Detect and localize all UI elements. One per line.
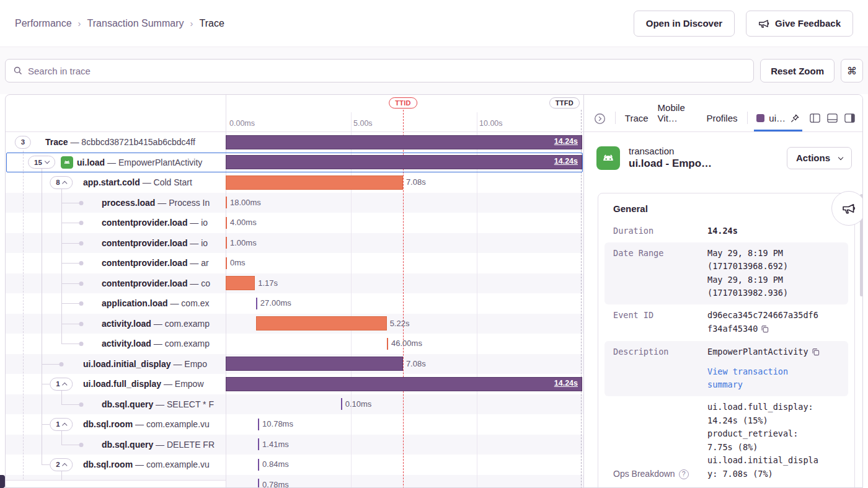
help-icon[interactable]: ? (679, 469, 689, 479)
trace-row[interactable]: 15ui.load — EmpowerPlantActivity14.24s (6, 153, 583, 173)
span-count-badge[interactable]: 2 (50, 458, 73, 471)
general-card: General Duration 14.24s Date Range May 2… (598, 193, 855, 488)
view-transaction-summary-link[interactable]: View transaction summary (707, 365, 825, 392)
trace-toolbar: Reset Zoom ⌘ (0, 47, 868, 94)
span-op-description: contentprovider.load — co (102, 273, 210, 294)
span-tick[interactable] (226, 197, 227, 208)
trace-row[interactable]: 2db.sql.room — com.example.vu0.84ms (6, 455, 583, 475)
span-duration-label: 10.78ms (262, 414, 293, 435)
layout-right-panel-icon[interactable] (844, 112, 856, 124)
trace-row-name: 3Trace — 8cbbcd38721b415ab6cbdc4ff (6, 132, 226, 153)
breadcrumb-performance[interactable]: Performance (15, 18, 72, 29)
kv-ops-breakdown: Ops Breakdown ? ui.load.full_display: 14… (598, 396, 854, 486)
axis-tick-5s: 5.00s (353, 119, 373, 128)
trace-row[interactable]: process.load — Process In18.00ms (6, 193, 583, 213)
span-tick[interactable] (258, 438, 259, 450)
span-tick[interactable] (258, 419, 259, 430)
expand-drawer-icon[interactable] (594, 113, 606, 125)
span-count-badge[interactable]: 8 (50, 176, 73, 189)
span-tick[interactable] (256, 298, 257, 309)
give-feedback-button[interactable]: Give Feedback (746, 11, 853, 37)
trace-row[interactable]: db.sql.query — DELETE FR1.41ms (6, 435, 583, 455)
ttid-marker-badge: TTID (389, 97, 417, 109)
divider (615, 112, 616, 124)
kv-event-id: Event ID d96eca345c724667a35df6 f34af453… (598, 304, 854, 341)
span-tick[interactable] (226, 237, 227, 249)
span-op-description: process.load — Process In (102, 193, 210, 213)
span-bar[interactable] (226, 276, 255, 290)
pin-icon[interactable] (790, 113, 800, 123)
span-duration-label: 0.84ms (262, 455, 289, 475)
actions-button[interactable]: Actions (787, 147, 852, 169)
trace-row[interactable]: contentprovider.load — co1.17s (6, 273, 583, 294)
trace-row[interactable]: 8app.start.cold — Cold Start7.08s (6, 172, 583, 193)
span-tick[interactable] (341, 398, 342, 410)
span-duration-label: 27.00ms (260, 293, 291, 314)
trace-row[interactable]: ui.load.initial_display — Empo7.08s (6, 354, 583, 375)
span-bar[interactable] (226, 175, 403, 190)
span-bar[interactable] (256, 316, 387, 331)
transaction-type-label: transaction (629, 146, 712, 156)
trace-row-chart: 1.17s (226, 273, 583, 294)
feedback-fab-button[interactable] (831, 191, 863, 226)
span-color-swatch (756, 114, 764, 122)
reset-zoom-button[interactable]: Reset Zoom (760, 59, 835, 82)
kv-duration: Duration 14.24s (598, 220, 854, 242)
breadcrumb-current: Trace (200, 18, 224, 29)
tab-span-detail[interactable]: ui… (756, 113, 800, 125)
open-in-discover-button[interactable]: Open in Discover (634, 11, 735, 37)
span-tick[interactable] (258, 479, 259, 488)
copy-icon[interactable] (812, 348, 820, 358)
trace-waterfall: 0.00ms 5.00s 10.00s TTID TTFD 3Trace — 8… (6, 95, 583, 488)
tree-bullet (79, 201, 84, 205)
span-count-badge[interactable]: 3 (15, 136, 31, 149)
tab-mobile-vitals[interactable]: Mobile Vit… (658, 102, 698, 125)
tab-trace[interactable]: Trace (625, 113, 649, 125)
layout-left-panel-icon[interactable] (809, 112, 821, 124)
span-bar[interactable]: 14.24s (226, 377, 582, 391)
layout-bottom-panel-icon[interactable] (826, 112, 838, 124)
span-tick[interactable] (387, 338, 388, 350)
span-tick[interactable] (258, 459, 259, 471)
trace-row[interactable]: application.load — com.ex27.00ms (6, 293, 583, 314)
tab-profiles[interactable]: Profiles (707, 113, 738, 125)
copy-icon[interactable] (761, 325, 769, 335)
left-scrollbar-thumb[interactable] (0, 475, 5, 488)
trace-row[interactable]: 1db.sql.room — com.example.vu10.78ms (6, 414, 583, 435)
trace-row-name: contentprovider.load — ar (6, 253, 226, 273)
trace-row[interactable]: contentprovider.load — io1.00ms (6, 233, 583, 254)
chevron-down-icon (838, 154, 843, 159)
trace-panel: 0.00ms 5.00s 10.00s TTID TTFD 3Trace — 8… (5, 94, 863, 488)
span-count-badge[interactable]: 1 (50, 378, 73, 391)
breadcrumb-separator: › (78, 18, 81, 29)
span-duration-label: 14.24s (554, 157, 578, 166)
search-icon (13, 66, 23, 76)
general-heading: General (598, 201, 854, 220)
span-duration-label: 7.08s (406, 354, 426, 375)
trace-row[interactable]: contentprovider.load — io4.00ms (6, 213, 583, 233)
trace-row[interactable]: contentprovider.load — ar0ms (6, 253, 583, 273)
trace-row[interactable]: db.sql.query — SELECT * F0.10ms (6, 394, 583, 415)
span-bar[interactable]: 14.24s (226, 135, 582, 149)
trace-row-chart: 1.00ms (226, 233, 583, 254)
trace-row[interactable]: 1ui.load.full_display — Empow14.24s (6, 374, 583, 394)
span-bar[interactable] (226, 357, 403, 371)
span-tick[interactable] (226, 257, 227, 269)
search-input[interactable] (28, 66, 746, 76)
span-count-badge[interactable]: 15 (28, 156, 55, 169)
breadcrumb-transaction-summary[interactable]: Transaction Summary (87, 18, 184, 29)
trace-row[interactable]: activity.load — com.examp46.00ms (6, 334, 583, 354)
transaction-header: transaction ui.load - Empo… Actions (596, 146, 852, 170)
trace-row[interactable]: activity.load — com.examp5.22s (6, 314, 583, 334)
trace-row-chart: 14.24s (226, 374, 583, 394)
span-tick[interactable] (226, 217, 227, 229)
span-duration-label: 46.00ms (391, 334, 422, 354)
span-duration-label: 0.78ms (262, 475, 289, 488)
span-count-badge[interactable]: 1 (50, 418, 73, 431)
keyboard-shortcuts-button[interactable]: ⌘ (841, 59, 863, 82)
trace-row-chart: 18.00ms (226, 193, 583, 213)
span-op-description: contentprovider.load — io (102, 233, 208, 254)
trace-row[interactable]: 3Trace — 8cbbcd38721b415ab6cbdc4ff14.24s (6, 132, 583, 153)
span-bar[interactable]: 14.24s (226, 155, 582, 169)
android-icon (61, 156, 73, 169)
